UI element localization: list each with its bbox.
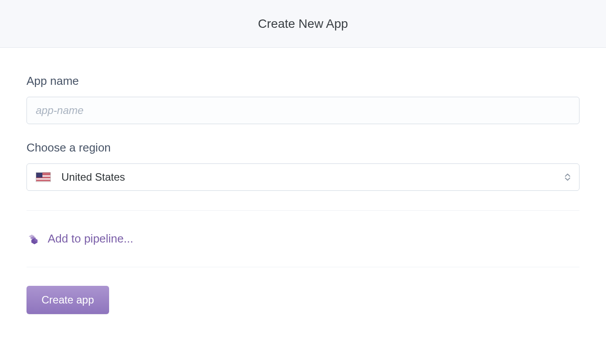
region-selected-value: United States xyxy=(61,171,125,183)
app-name-input[interactable] xyxy=(27,97,579,124)
us-flag-icon xyxy=(36,172,51,182)
page-title: Create New App xyxy=(258,17,348,31)
page-header: Create New App xyxy=(0,0,606,48)
pipeline-icon xyxy=(27,232,40,246)
divider xyxy=(27,267,579,267)
create-app-button[interactable]: Create app xyxy=(27,286,109,314)
chevron-up-down-icon xyxy=(565,173,570,181)
form-content: App name Choose a region United States xyxy=(0,48,606,314)
region-select[interactable]: United States xyxy=(27,163,579,191)
divider xyxy=(27,210,579,211)
add-to-pipeline-label: Add to pipeline... xyxy=(48,232,133,246)
add-to-pipeline-button[interactable]: Add to pipeline... xyxy=(27,232,579,246)
create-app-button-label: Create app xyxy=(42,294,94,306)
region-label: Choose a region xyxy=(27,141,579,155)
app-name-label: App name xyxy=(27,74,579,88)
